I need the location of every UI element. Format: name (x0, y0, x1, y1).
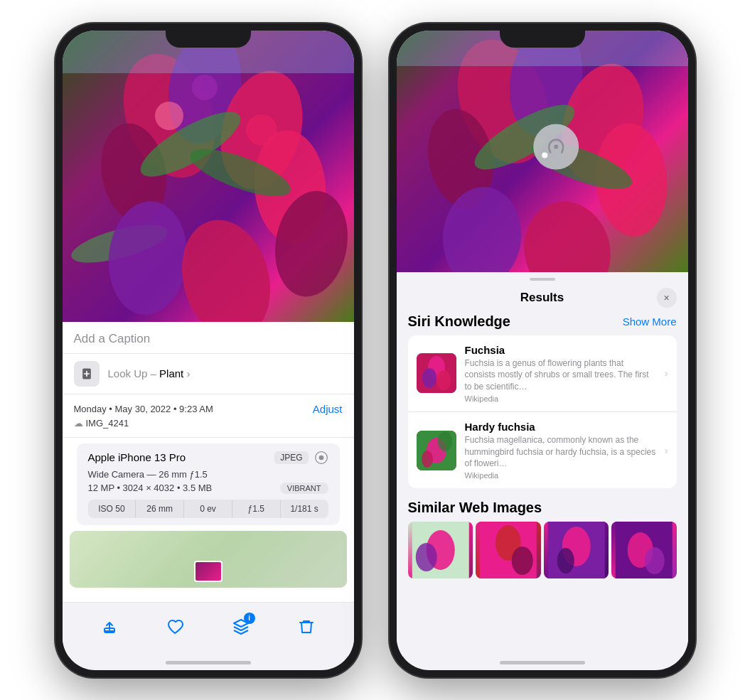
knowledge-item-hardy[interactable]: Hardy fuchsia Fuchsia magellanica, commo… (408, 412, 677, 488)
delete-button[interactable] (291, 611, 322, 642)
similar-img-2[interactable] (476, 522, 541, 578)
siri-knowledge-section: Siri Knowledge Show More (397, 313, 688, 495)
knowledge-content-fuchsia: Fuchsia Fuchsia is a genus of flowering … (465, 344, 656, 403)
adjust-button[interactable]: Adjust (313, 403, 343, 415)
chevron-icon-1: › (665, 445, 668, 456)
svg-point-32 (436, 370, 451, 390)
meta-section: Monday • May 30, 2022 • 9:23 AM Adjust ☁… (63, 394, 354, 438)
right-phone: Results × Siri Knowledge Show More (390, 23, 695, 677)
similar-img-3[interactable] (544, 522, 609, 578)
siri-knowledge-title: Siri Knowledge (408, 313, 510, 330)
knowledge-thumb-fuchsia (417, 353, 456, 393)
similar-img-4[interactable] (611, 522, 677, 578)
svg-point-28 (554, 144, 558, 149)
similar-images-section: Similar Web Images (397, 494, 688, 578)
svg-point-6 (192, 75, 218, 100)
knowledge-name-1: Hardy fuchsia (465, 421, 656, 433)
exif-shutter: 1/181 s (281, 500, 328, 518)
map-photo-thumb (194, 561, 223, 582)
lookup-row[interactable]: Look Up – Plant › (63, 354, 354, 394)
knowledge-desc-0: Fuchsia is a genus of flowering plants t… (465, 357, 656, 393)
lookup-icon (74, 361, 100, 387)
knowledge-content-hardy: Hardy fuchsia Fuchsia magellanica, commo… (465, 421, 656, 480)
caption-area[interactable]: Add a Caption (63, 322, 354, 354)
caption-placeholder: Add a Caption (74, 332, 151, 345)
knowledge-card: Fuchsia Fuchsia is a genus of flowering … (408, 335, 677, 489)
lookup-label: Look Up – Plant › (108, 367, 191, 379)
svg-point-48 (645, 547, 665, 574)
close-button[interactable]: × (657, 288, 677, 308)
device-name: Apple iPhone 13 Pro (88, 451, 186, 463)
info-badge: i (244, 613, 255, 624)
svg-point-45 (557, 548, 574, 574)
svg-point-36 (438, 431, 452, 451)
exif-iso: ISO 50 (88, 500, 136, 518)
meta-file: ☁ IMG_4241 (74, 418, 343, 429)
show-more-button[interactable]: Show More (623, 316, 677, 328)
map-section[interactable] (70, 531, 347, 588)
knowledge-thumb-hardy (417, 431, 456, 470)
home-indicator-right (500, 661, 585, 664)
jpeg-badge: JPEG (274, 451, 308, 464)
svg-rect-14 (63, 31, 354, 73)
toolbar: i (63, 602, 354, 657)
file-info: 12 MP • 3024 × 4032 • 3.5 MB (88, 483, 213, 494)
knowledge-desc-1: Fuchsia magellanica, commonly known as t… (465, 434, 656, 470)
visual-search-bubble[interactable] (533, 124, 579, 169)
visual-search-dot (542, 152, 547, 158)
knowledge-item-fuchsia[interactable]: Fuchsia Fuchsia is a genus of flowering … (408, 335, 677, 412)
left-phone: Add a Caption Look Up – Plant › (55, 23, 361, 677)
svg-point-7 (246, 114, 277, 146)
chevron-icon-0: › (665, 367, 668, 379)
knowledge-source-1: Wikipedia (465, 471, 656, 480)
svg-point-31 (422, 368, 436, 388)
exif-ev: 0 ev (184, 500, 232, 518)
exif-row: ISO 50 26 mm 0 ev ƒ1.5 1/181 s (88, 500, 328, 518)
camera-info: Wide Camera — 26 mm ƒ1.5 (88, 469, 328, 480)
svg-point-39 (415, 543, 436, 571)
location-icon (314, 451, 328, 465)
info-button[interactable]: i (225, 611, 257, 642)
device-section-wrapper: Apple iPhone 13 Pro JPEG Wide Camera — 2… (63, 443, 354, 525)
photo-view-right[interactable] (397, 31, 688, 272)
info-section: Look Up – Plant › Monday • May 30, 2022 … (63, 354, 354, 602)
results-header: Results × (397, 281, 688, 313)
knowledge-name-0: Fuchsia (465, 344, 656, 356)
svg-point-42 (512, 546, 533, 575)
photo-view[interactable] (63, 31, 354, 322)
vibrant-badge: VIBRANT (280, 483, 328, 494)
knowledge-source-0: Wikipedia (465, 394, 656, 403)
favorite-button[interactable] (159, 611, 191, 642)
svg-point-12 (169, 210, 283, 322)
similar-img-1[interactable] (408, 522, 473, 578)
similar-images-grid (408, 522, 677, 578)
svg-point-11 (104, 198, 192, 318)
svg-point-16 (318, 455, 323, 460)
svg-point-35 (422, 451, 433, 468)
meta-date: Monday • May 30, 2022 • 9:23 AM (74, 404, 213, 414)
device-section: Apple iPhone 13 Pro JPEG Wide Camera — 2… (77, 443, 340, 525)
results-sheet: Results × Siri Knowledge Show More (397, 272, 688, 657)
svg-point-5 (155, 102, 183, 130)
results-title: Results (428, 291, 657, 305)
exif-mm: 26 mm (136, 500, 184, 518)
svg-rect-27 (397, 31, 688, 66)
similar-images-title: Similar Web Images (408, 500, 677, 516)
exif-f: ƒ1.5 (232, 500, 281, 518)
share-button[interactable] (94, 611, 125, 642)
home-indicator (166, 661, 251, 664)
